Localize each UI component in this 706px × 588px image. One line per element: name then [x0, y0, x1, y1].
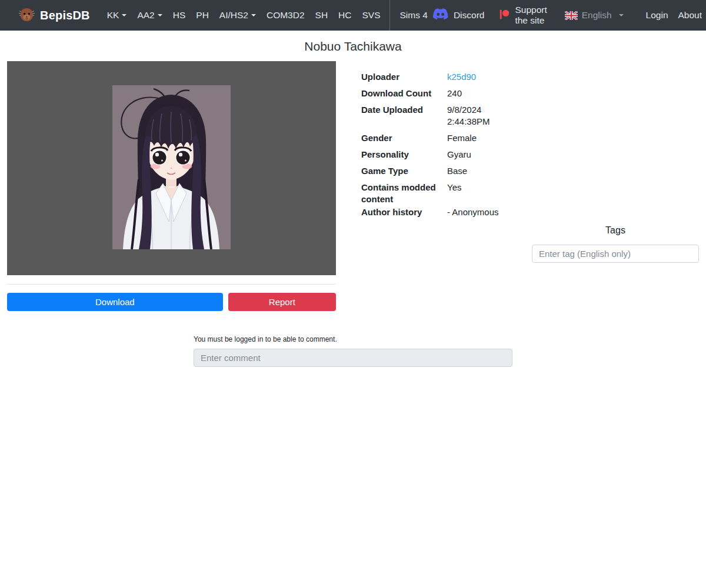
login-required-notice: You must be logged in to be able to comm… [194, 335, 512, 343]
main-content: Nobuo Tachikawa [7, 38, 699, 367]
report-button[interactable]: Report [228, 293, 336, 311]
tags-heading: Tags [532, 224, 699, 236]
page-title: Nobuo Tachikawa [7, 38, 699, 55]
game-nav: KK AA2 HS PH AI/HS2 COM3D2 SH HC SVS Sim… [102, 0, 433, 31]
language-dropdown[interactable]: English [565, 10, 624, 21]
nav-item-sims4[interactable]: Sims 4 [395, 0, 433, 31]
download-button[interactable]: Download [7, 293, 223, 311]
details-panel: Uploader k25d90 Download Count 240 Date … [361, 61, 530, 223]
card-image-frame [7, 61, 336, 275]
caret-down-icon [251, 14, 256, 19]
divider [7, 284, 336, 285]
nav-item-com3d2[interactable]: COM3D2 [261, 0, 310, 31]
discord-label: Discord [454, 10, 485, 21]
nav-item-ph[interactable]: PH [191, 0, 214, 31]
brand-home-link[interactable]: BepisDB [19, 6, 90, 25]
nav-item-svs[interactable]: SVS [357, 0, 386, 31]
login-link[interactable]: Login [646, 10, 668, 21]
detail-row-date-uploaded: Date Uploaded 9/8/2024 2:44:38PM [361, 104, 530, 128]
patreon-icon [499, 9, 509, 22]
discord-icon [433, 8, 448, 22]
nav-item-ai-hs2[interactable]: AI/HS2 [214, 0, 261, 31]
navbar-right: Discord Support the site [433, 0, 702, 31]
detail-row-author-history: Author history - Anonymous [361, 206, 530, 218]
brand-label: BepisDB [40, 9, 90, 22]
caret-down-icon [122, 14, 126, 19]
discord-link[interactable]: Discord [433, 8, 485, 22]
tag-input[interactable] [532, 245, 699, 263]
tags-panel: Tags [532, 61, 699, 263]
comments-section: You must be logged in to be able to comm… [194, 335, 512, 367]
support-label: Support the site [515, 5, 547, 26]
detail-row-personality: Personality Gyaru [361, 149, 530, 161]
detail-row-download-count: Download Count 240 [361, 88, 530, 99]
detail-row-modded-content: Contains modded content Yes [361, 182, 530, 205]
nav-item-aa2[interactable]: AA2 [132, 0, 167, 31]
detail-row-game-type: Game Type Base [361, 165, 530, 177]
comment-input[interactable] [194, 349, 512, 367]
support-link[interactable]: Support the site [499, 5, 547, 26]
uploader-link[interactable]: k25d90 [447, 72, 476, 82]
nav-item-hc[interactable]: HC [333, 0, 357, 31]
caret-down-icon [619, 14, 624, 19]
detail-row-gender: Gender Female [361, 132, 530, 144]
bear-logo-icon [19, 6, 35, 25]
about-link[interactable]: About [678, 10, 702, 21]
detail-row-uploader: Uploader k25d90 [361, 71, 530, 83]
navbar: BepisDB KK AA2 HS PH AI/HS2 COM3D2 SH HC… [0, 0, 706, 31]
character-portrait-image [112, 85, 231, 252]
card-column: Download Report [7, 61, 336, 311]
nav-item-hs[interactable]: HS [168, 0, 191, 31]
language-label: English [582, 10, 612, 21]
caret-down-icon [158, 14, 162, 19]
nav-item-kk[interactable]: KK [102, 0, 132, 31]
nav-divider [389, 0, 390, 31]
uk-flag-icon [565, 11, 578, 20]
nav-item-sh[interactable]: SH [310, 0, 334, 31]
